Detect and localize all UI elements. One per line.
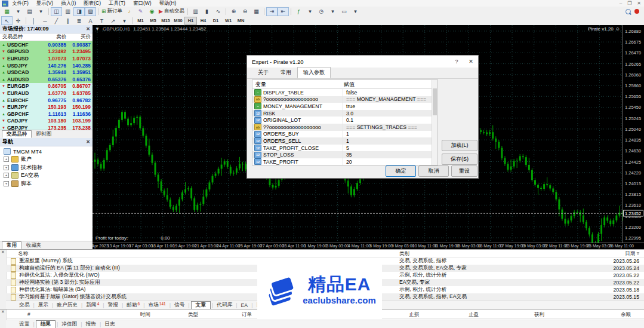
candle-chart-button[interactable]: ▮ (201, 7, 212, 16)
market-watch-toggle[interactable]: ◫ (51, 7, 62, 16)
tab-EA[interactable]: EA (239, 302, 251, 308)
tab-文章[interactable]: 文章 (191, 301, 211, 309)
param-row[interactable]: ab?oooooooooooooooooo=== MONEY_MANAGEMEN… (252, 96, 437, 103)
dialog-tab-关于[interactable]: 关于 (252, 67, 275, 78)
help-icon[interactable]: ? (449, 59, 464, 65)
community-button[interactable]: ◉ (146, 7, 158, 16)
close-icon[interactable]: ✕ (464, 59, 478, 65)
new-order-button[interactable]: ⊞新订单 (100, 7, 124, 16)
expand-icon[interactable]: + (4, 181, 9, 186)
channel-button[interactable]: ∥ (62, 16, 73, 25)
col-article-date[interactable]: 日期 ▿ (596, 250, 644, 258)
market-watch-row[interactable]: ▼EURGBP0.867050.86707 (0, 83, 93, 90)
sounds-button[interactable]: ♪ (124, 7, 135, 16)
tester-col-5[interactable]: 止损 (409, 311, 419, 318)
expand-icon[interactable]: + (4, 157, 9, 162)
market-watch-row[interactable]: ▲USDJPY140.276140.285 (0, 62, 93, 69)
param-value[interactable]: === MONEY_MANAGEMENT === (343, 96, 437, 102)
param-row[interactable]: 12ORDERS_BUY1 (252, 131, 437, 138)
window-control-icon[interactable]: – (620, 1, 622, 6)
window-control-icon[interactable]: ❐ (627, 1, 631, 6)
label-button[interactable]: T (96, 16, 107, 25)
sidebar-item-experts[interactable]: +EA交易 (0, 171, 93, 180)
zoom-out-button[interactable]: ⊖ (239, 7, 251, 16)
param-row[interactable]: 12TAKE_PROFIT20 (252, 158, 437, 165)
market-watch-row[interactable]: ▲EURCHF0.967750.96782 (0, 97, 93, 104)
param-row[interactable]: ~DISPLAY_TABLEfalse (252, 89, 437, 96)
market-watch-row[interactable]: ▼CADJPY103.180103.199 (0, 118, 93, 125)
autotrading-button[interactable]: ▶自动交易 (158, 7, 186, 16)
param-value[interactable]: 20 (343, 159, 437, 165)
market-watch-row[interactable]: ▲GBPCHF1.116131.11636 (0, 111, 93, 118)
arrows-dropdown[interactable]: ▾ (119, 16, 130, 25)
load-button[interactable]: 加载(L) (442, 140, 477, 151)
ok-button[interactable]: 确定 (386, 165, 416, 177)
templates-dropdown[interactable]: ▾ (350, 7, 361, 16)
window-control-icon[interactable]: ✕ (637, 1, 641, 6)
menu-item-6[interactable]: 窗口(W) (133, 0, 152, 6)
periods-dropdown[interactable]: ▾ (327, 7, 338, 16)
metaeditor-button[interactable]: ✎ (135, 7, 146, 16)
market-watch-row[interactable]: ▼EURAUD1.637701.63785 (0, 90, 93, 97)
trendline-button[interactable]: ╱ (51, 16, 62, 25)
menu-item-2[interactable]: 显示(V) (36, 0, 53, 6)
tab-展示[interactable]: 展示 (36, 302, 51, 309)
tester-col-6[interactable]: 止盈 (469, 311, 479, 318)
tab-即时图[interactable]: 即时图 (32, 130, 57, 138)
timeframe-m15-button[interactable]: M15 (159, 17, 172, 25)
col-article-name[interactable]: 名称 (6, 250, 399, 258)
cancel-button[interactable]: 取消 (418, 165, 449, 177)
scrollbar-thumb[interactable] (433, 88, 437, 115)
reset-button[interactable]: 重设 (451, 165, 477, 177)
market-watch-row[interactable]: ▼EURUSD1.070731.07073 (0, 55, 93, 62)
param-row[interactable]: ~MONEY_MANAGEMENTtrue (252, 103, 437, 110)
close-icon[interactable]: ✕ (86, 26, 90, 32)
tab-警报[interactable]: 警报 (106, 302, 121, 309)
tester-col-3[interactable]: 类型 (188, 311, 198, 318)
tab-结果[interactable]: 结果 (36, 320, 56, 328)
navigator-root[interactable]: TMGM MT4 (0, 146, 93, 155)
tester-col-8[interactable]: 余额 (621, 311, 631, 318)
chart-menu-icon[interactable]: ▼ (95, 26, 100, 32)
text-button[interactable]: A (85, 16, 96, 25)
vertical-line-button[interactable]: │ (28, 16, 39, 25)
tab-交易[interactable]: 交易 (17, 302, 32, 309)
line-chart-button[interactable]: ∿ (212, 7, 224, 16)
menu-item-4[interactable]: 图表(C) (84, 0, 101, 6)
zoom-in-button[interactable]: ⊕ (228, 7, 239, 16)
param-row[interactable]: 12RISK3.0 (252, 110, 437, 117)
param-value[interactable]: 5 (343, 145, 437, 151)
tab-邮箱[interactable]: 邮箱6 (124, 302, 142, 309)
market-watch-row[interactable]: ▲USDCAD1.359481.35951 (0, 69, 93, 76)
tester-col-1[interactable]: # (27, 311, 30, 317)
param-row[interactable]: 12STOP_LOSS35 (252, 151, 437, 158)
tab-收藏夹[interactable]: 收藏夹 (21, 241, 47, 249)
chart-shift-button[interactable]: ⇤ (278, 7, 289, 16)
dialog-tab-常用[interactable]: 常用 (275, 67, 297, 78)
data-window-toggle[interactable]: ▥ (62, 7, 73, 16)
sidebar-item-accounts[interactable]: +账户 (0, 155, 93, 164)
auto-scroll-button[interactable]: ⇥ (266, 7, 278, 16)
close-icon[interactable]: ✕ (86, 139, 90, 145)
ea-smiley-icon[interactable]: ☺ (615, 26, 620, 32)
tester-col-2[interactable]: 时间 (140, 311, 150, 318)
indicators-dropdown[interactable]: ▾ (304, 7, 316, 16)
market-watch-row[interactable]: ▼EURJPY150.193150.199 (0, 103, 93, 111)
templates-button[interactable]: ▭ (338, 7, 350, 16)
cursor-button[interactable]: ↖ (1, 16, 13, 25)
tab-日志[interactable]: 日志 (102, 321, 117, 328)
param-value[interactable]: 1 (343, 138, 437, 144)
tab-市场[interactable]: 市场141 (146, 302, 168, 309)
arrows-button[interactable]: ↗ (107, 16, 119, 25)
timeframe-m5-button[interactable]: M5 (147, 17, 159, 25)
tile-windows-button[interactable]: ▦ (251, 7, 262, 16)
new-chart-dropdown[interactable]: ▾ (13, 7, 24, 16)
menu-item-3[interactable]: 插入(I) (61, 0, 76, 6)
profiles-button[interactable]: ▤ (24, 7, 35, 16)
tab-信号[interactable]: 信号 (172, 302, 187, 309)
sidebar-item-indicators[interactable]: +技术指标 (0, 164, 93, 172)
timeframe-m1-button[interactable]: M1 (134, 17, 147, 25)
param-value[interactable]: 3.0 (343, 111, 437, 117)
tab-设置[interactable]: 设置 (17, 321, 32, 328)
tab-新闻[interactable]: 新闻4 (84, 302, 101, 309)
